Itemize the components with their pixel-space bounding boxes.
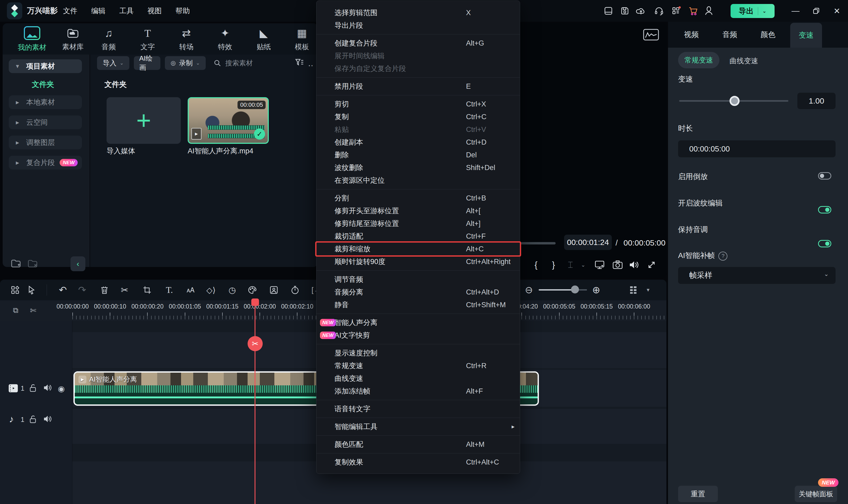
delete-folder-icon[interactable]: [27, 259, 38, 269]
tab-audio[interactable]: ♫ 音频: [89, 24, 128, 54]
close-button[interactable]: ✕: [828, 0, 846, 22]
tab-effects[interactable]: ✦ 特效: [205, 24, 245, 54]
menu-item[interactable]: 剪切Ctrl+X: [316, 98, 520, 110]
mark-out-icon[interactable]: }: [546, 257, 561, 272]
menu-help[interactable]: 帮助: [169, 0, 197, 22]
menu-item[interactable]: 颜色匹配Alt+M: [316, 438, 520, 451]
sidebar-item-project-assets[interactable]: ▼ 项目素材: [9, 59, 82, 73]
speed-value-box[interactable]: 1.00: [797, 93, 835, 109]
tab-library[interactable]: 素材库: [53, 24, 93, 54]
frame-sampling-dropdown[interactable]: 帧采样: [678, 267, 835, 284]
restore-button[interactable]: [807, 0, 826, 22]
sidebar-item[interactable]: ▶本地素材: [9, 95, 82, 109]
select-cursor-icon[interactable]: [23, 282, 40, 299]
menu-item[interactable]: 禁用片段E: [316, 80, 520, 93]
media-clip-thumbnail[interactable]: 00:00:05 ▶ ✓: [188, 97, 269, 144]
track-size-icon[interactable]: [625, 282, 641, 299]
import-media-tile[interactable]: +: [107, 97, 181, 144]
menu-item[interactable]: 复制效果Ctrl+Alt+C: [316, 456, 520, 469]
redo-icon[interactable]: ↷: [74, 282, 90, 299]
scope-view-icon[interactable]: [643, 29, 659, 41]
layout-panel-icon[interactable]: [601, 0, 616, 22]
user-account-icon[interactable]: [701, 0, 716, 22]
crop-icon[interactable]: [139, 282, 155, 299]
tab-speed[interactable]: 变速: [790, 23, 822, 48]
menu-file[interactable]: 文件: [56, 0, 84, 22]
menu-item[interactable]: 裁剪和缩放Alt+C: [316, 242, 520, 255]
lock-track-icon[interactable]: [29, 383, 37, 393]
apps-grid-icon[interactable]: [669, 0, 684, 22]
curve-speed-option[interactable]: 曲线变速: [729, 56, 758, 66]
tab-transition[interactable]: ⇄ 转场: [167, 24, 206, 54]
element-grid-icon[interactable]: [7, 282, 23, 299]
help-icon[interactable]: ?: [719, 252, 727, 260]
menu-item[interactable]: 分割Ctrl+B: [316, 192, 520, 204]
keyframe-panel-button[interactable]: 关键帧面板: [795, 486, 837, 502]
menu-item[interactable]: 修剪结尾至游标位置Alt+]: [316, 217, 520, 230]
zoom-out-icon[interactable]: ⊖: [521, 282, 537, 299]
volume-icon[interactable]: [627, 257, 641, 272]
timeline-zoom-knob[interactable]: [571, 286, 579, 293]
mute-track-icon[interactable]: [43, 383, 52, 392]
menu-item[interactable]: 波纹删除Shift+Del: [316, 161, 520, 174]
portrait-cutout-icon[interactable]: [265, 282, 282, 299]
zoom-in-icon[interactable]: ⊕: [588, 282, 604, 299]
tab-sticker[interactable]: ◣ 贴纸: [244, 24, 284, 54]
menu-item[interactable]: 顺时针旋转90度Ctrl+Alt+Right: [316, 255, 520, 268]
track-size-chevron-icon[interactable]: ▼: [640, 282, 656, 299]
playhead-split-button[interactable]: ✂: [247, 336, 263, 351]
menu-item[interactable]: 语音转文字: [316, 402, 520, 415]
sidebar-item-folder[interactable]: 文件夹: [32, 79, 54, 90]
mute-track-icon[interactable]: [43, 415, 52, 423]
snapshot-camera-icon[interactable]: [610, 257, 625, 272]
support-headset-icon[interactable]: [651, 0, 667, 22]
sidebar-item[interactable]: ▶调整图层: [9, 136, 82, 149]
filter-icon[interactable]: [294, 57, 304, 68]
menu-view[interactable]: 视图: [140, 0, 169, 22]
menu-item[interactable]: 常规变速Ctrl+R: [316, 359, 520, 372]
menu-item[interactable]: 裁切适配Ctrl+F: [316, 230, 520, 242]
save-icon[interactable]: [617, 0, 633, 22]
menu-item[interactable]: 创建复合片段Alt+G: [316, 37, 520, 50]
lock-track-icon[interactable]: [29, 415, 37, 424]
tab-audio-props[interactable]: 音频: [714, 22, 746, 48]
ripple-toggle[interactable]: [818, 206, 831, 214]
audio-curve-cut-icon[interactable]: ✄: [25, 302, 41, 319]
export-button[interactable]: 导出 ⌄: [730, 4, 775, 18]
menu-item[interactable]: 音频分离Ctrl+Alt+D: [316, 286, 520, 299]
menu-item[interactable]: 选择剪辑范围X: [316, 6, 520, 19]
tab-template[interactable]: ▦ 模板: [282, 24, 322, 54]
speed-slider-knob[interactable]: [729, 96, 740, 106]
tab-my-assets[interactable]: 我的素材: [12, 24, 52, 54]
timer-icon[interactable]: [287, 282, 303, 299]
manage-tracks-icon[interactable]: ⧉: [7, 302, 24, 319]
menu-item[interactable]: 删除Del: [316, 148, 520, 161]
menu-item[interactable]: 智能编辑工具▸: [316, 420, 520, 433]
color-palette-icon[interactable]: [244, 282, 261, 299]
text-to-speech-icon[interactable]: 🗚: [183, 282, 199, 299]
regular-speed-pill[interactable]: 常规变速: [678, 52, 720, 68]
cart-icon[interactable]: [686, 0, 701, 22]
sidebar-item[interactable]: ▶复合片段NEW: [9, 156, 82, 169]
reverse-toggle[interactable]: [818, 172, 831, 180]
minimize-button[interactable]: —: [786, 0, 805, 22]
undo-icon[interactable]: ↶: [55, 282, 71, 299]
mark-in-icon[interactable]: {: [529, 257, 543, 272]
speed-control-icon[interactable]: ◷: [224, 282, 240, 299]
menu-item[interactable]: NEWAI文字快剪: [316, 329, 520, 342]
menu-tools[interactable]: 工具: [113, 0, 140, 22]
menu-item[interactable]: 导出片段: [316, 19, 520, 32]
record-button[interactable]: ◎ 录制 ⌄: [165, 56, 206, 70]
ai-paint-button[interactable]: AI绘画: [134, 56, 160, 70]
playhead-line[interactable]: [255, 305, 256, 504]
menu-edit[interactable]: 编辑: [84, 0, 113, 22]
fullscreen-icon[interactable]: [644, 257, 659, 272]
split-icon[interactable]: ✂: [116, 282, 133, 299]
sidebar-item[interactable]: ▶云空间: [9, 115, 82, 129]
menu-item[interactable]: 添加冻结帧Alt+F: [316, 385, 520, 398]
search-input[interactable]: 搜索素材: [214, 56, 253, 70]
import-button[interactable]: 导入 ⌄: [97, 56, 129, 70]
collapse-sidebar-button[interactable]: ‹: [70, 256, 85, 271]
tab-video[interactable]: 视频: [675, 22, 707, 48]
menu-item[interactable]: 静音Ctrl+Shift+M: [316, 299, 520, 311]
